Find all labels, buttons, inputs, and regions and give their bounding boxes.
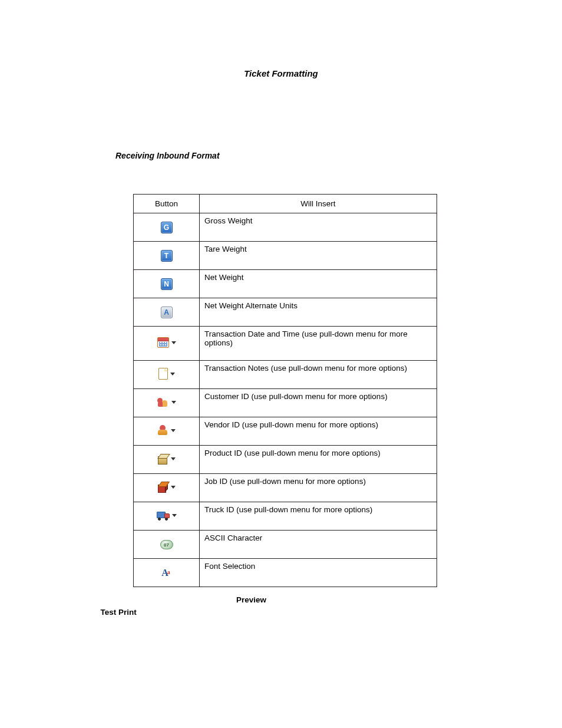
font-aa-icon: Aa (161, 568, 171, 578)
button-icon-cell: Aa (134, 559, 200, 587)
toolbar-button-icon[interactable]: T (161, 250, 173, 262)
people-icon (157, 397, 169, 407)
button-icon-cell (134, 446, 200, 474)
vendor-icon (158, 425, 168, 436)
will-insert-description: ASCII Character (200, 531, 437, 559)
table-row: Vendor ID (use pull-down menu for more o… (134, 417, 437, 446)
button-icon-cell: 07 (134, 531, 200, 559)
button-icon-cell: A (134, 298, 200, 327)
toolbar-button-icon[interactable] (157, 510, 177, 520)
toolbar-button-icon[interactable]: 07 (160, 540, 173, 549)
page: Ticket Formatting Receiving Inbound Form… (0, 68, 562, 728)
will-insert-description: Customer ID (use pull-down menu for more… (200, 389, 437, 417)
button-icon-cell: T (134, 242, 200, 270)
toolbar-button-icon[interactable] (158, 425, 176, 436)
note-icon (158, 368, 168, 380)
table-row: GGross Weight (134, 213, 437, 242)
chevron-down-icon[interactable] (171, 341, 176, 344)
box3d-icon (158, 454, 168, 463)
will-insert-description: Net Weight (200, 270, 437, 298)
table-row: Job ID (use pull-down menu for more opti… (134, 474, 437, 502)
subheading-receiving-inbound: Receiving Inbound Format (115, 151, 220, 160)
toolbar-button-icon[interactable]: N (161, 278, 173, 290)
button-icon-cell (134, 327, 200, 361)
will-insert-description: Job ID (use pull-down menu for more opti… (200, 474, 437, 502)
toolbar-button-icon[interactable] (157, 397, 176, 407)
table-header-row: Button Will Insert (134, 195, 437, 213)
button-icon-cell (134, 389, 200, 417)
will-insert-description: Font Selection (200, 559, 437, 587)
will-insert-description: Transaction Date and Time (use pull-down… (200, 327, 437, 361)
will-insert-description: Net Weight Alternate Units (200, 298, 437, 327)
chevron-down-icon[interactable] (172, 514, 177, 517)
table-row: TTare Weight (134, 242, 437, 270)
button-icon-cell (134, 474, 200, 502)
preview-word: Preview (236, 595, 266, 604)
will-insert-description: Gross Weight (200, 213, 437, 242)
will-insert-description: Truck ID (use pull-down menu for more op… (200, 502, 437, 531)
toolbar-button-icon[interactable] (158, 454, 176, 463)
chevron-down-icon[interactable] (171, 401, 176, 404)
col-header-will-insert: Will Insert (200, 195, 437, 213)
table-row: Product ID (use pull-down menu for more … (134, 446, 437, 474)
button-icon-cell (134, 361, 200, 389)
table-row: ANet Weight Alternate Units (134, 298, 437, 327)
toolbar-button-icon[interactable] (158, 368, 175, 380)
table-row: NNet Weight (134, 270, 437, 298)
table-row: Customer ID (use pull-down menu for more… (134, 389, 437, 417)
toolbar-button-icon[interactable] (157, 337, 176, 348)
chevron-down-icon[interactable] (170, 373, 175, 375)
chevron-down-icon[interactable] (171, 429, 176, 432)
button-insert-table: Button Will Insert GGross WeightTTare We… (133, 194, 437, 587)
chevron-down-icon[interactable] (171, 457, 176, 460)
button-icon-cell (134, 417, 200, 446)
table-row: Transaction Date and Time (use pull-down… (134, 327, 437, 361)
toolbar-button-icon[interactable] (158, 482, 176, 492)
sq-sq-blue-icon: T (161, 250, 173, 262)
will-insert-description: Vendor ID (use pull-down menu for more o… (200, 417, 437, 446)
test-print-word: Test Print (101, 608, 137, 617)
toolbar-button-icon[interactable]: Aa (161, 568, 171, 578)
table-row: AaFont Selection (134, 559, 437, 587)
table-row: Transaction Notes (use pull-down menu fo… (134, 361, 437, 389)
toolbar-button-icon[interactable]: G (161, 222, 173, 233)
button-icon-cell: N (134, 270, 200, 298)
chevron-down-icon[interactable] (171, 486, 176, 489)
ascii-icon: 07 (160, 540, 173, 549)
table-row: Truck ID (use pull-down menu for more op… (134, 502, 437, 531)
sq-sq-gray-icon: A (161, 307, 173, 318)
cube-icon (158, 482, 168, 492)
button-icon-cell: G (134, 213, 200, 242)
sq-sq-blue-icon: N (161, 278, 173, 290)
will-insert-description: Tare Weight (200, 242, 437, 270)
will-insert-description: Transaction Notes (use pull-down menu fo… (200, 361, 437, 389)
cal-icon (157, 337, 169, 348)
sq-sq-blue-icon: G (161, 222, 173, 233)
toolbar-button-icon[interactable]: A (161, 307, 173, 318)
table-row: 07ASCII Character (134, 531, 437, 559)
after-table-text: To preview the format prior to printing,… (70, 594, 494, 619)
section-title: Ticket Formatting (0, 68, 562, 78)
truck-icon (157, 510, 170, 520)
will-insert-description: Product ID (use pull-down menu for more … (200, 446, 437, 474)
col-header-button: Button (134, 195, 200, 213)
button-icon-cell (134, 502, 200, 531)
